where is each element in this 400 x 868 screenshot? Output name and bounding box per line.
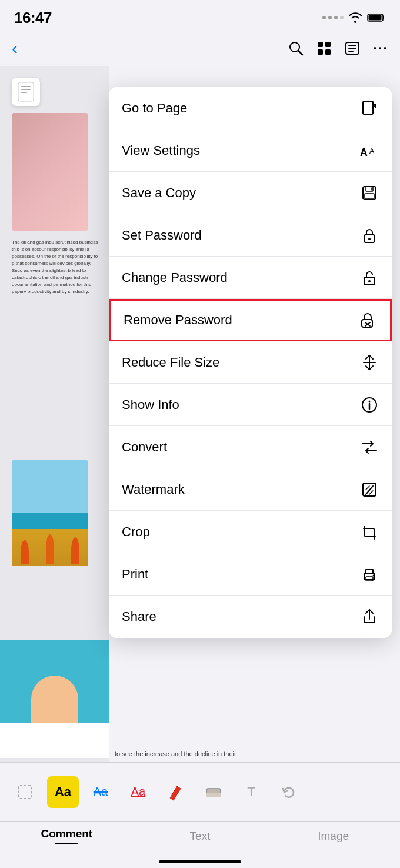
svg-rect-41 xyxy=(19,786,32,799)
menu-item-view-settings[interactable]: View Settings A A xyxy=(109,129,392,172)
status-bar: 16:47 xyxy=(0,0,400,31)
svg-line-35 xyxy=(366,486,373,494)
svg-rect-14 xyxy=(21,89,31,90)
svg-rect-5 xyxy=(325,42,331,47)
svg-text:A: A xyxy=(369,147,375,155)
grid-button[interactable] xyxy=(316,41,332,56)
doc-person-image xyxy=(0,640,109,758)
search-button[interactable] xyxy=(288,41,304,56)
text-size-icon: A A xyxy=(360,142,379,159)
goto-icon xyxy=(360,100,379,117)
menu-item-reduce-file-size[interactable]: Reduce File Size xyxy=(109,341,392,384)
undo-tool[interactable] xyxy=(273,776,305,808)
text-insert-tool[interactable]: T xyxy=(235,776,267,808)
svg-rect-15 xyxy=(21,92,27,93)
status-icons xyxy=(322,12,386,23)
doc-text-block: The oil and gas indu scrutinized busines… xyxy=(12,239,100,295)
print-icon xyxy=(360,566,379,583)
nav-bar: ‹ ··· xyxy=(0,31,400,66)
eraser-tool[interactable] xyxy=(198,776,229,808)
svg-line-36 xyxy=(366,486,369,490)
svg-text:A: A xyxy=(360,146,368,158)
menu-item-watermark[interactable]: Watermark xyxy=(109,468,392,511)
doc-beach-image xyxy=(12,460,88,566)
tab-comment[interactable]: Comment xyxy=(0,827,134,846)
svg-rect-21 xyxy=(365,194,374,199)
menu-item-go-to-page[interactable]: Go to Page xyxy=(109,87,392,129)
text-highlight-tool[interactable]: Aa xyxy=(47,776,79,808)
select-tool[interactable] xyxy=(9,776,41,808)
menu-item-print[interactable]: Print xyxy=(109,553,392,596)
lock-icon xyxy=(360,227,379,244)
share-icon xyxy=(360,608,379,625)
menu-item-remove-password[interactable]: Remove Password xyxy=(109,299,392,341)
svg-line-3 xyxy=(298,51,302,55)
doc-page-icon xyxy=(12,78,40,106)
list-button[interactable] xyxy=(345,41,360,56)
bottom-toolbar: Aa Aa Aa T xyxy=(0,762,400,821)
menu-item-set-password[interactable]: Set Password xyxy=(109,214,392,257)
status-time: 16:47 xyxy=(14,9,52,27)
back-button[interactable]: ‹ xyxy=(12,39,18,57)
nav-right: ··· xyxy=(288,40,388,56)
lock-x-icon xyxy=(358,312,377,328)
svg-point-23 xyxy=(368,238,371,240)
svg-rect-16 xyxy=(363,101,373,114)
doc-bottom-text: to see the increase and the decline in t… xyxy=(109,750,400,759)
lock-open-icon xyxy=(360,270,379,286)
tab-image[interactable]: Image xyxy=(266,830,400,844)
info-icon xyxy=(360,397,379,413)
signal-icon xyxy=(322,16,344,19)
menu-item-save-copy[interactable]: Save a Copy xyxy=(109,172,392,214)
tab-text[interactable]: Text xyxy=(134,830,267,844)
dropdown-menu: Go to Page View Settings A A Save a Copy xyxy=(109,87,392,638)
save-icon xyxy=(360,185,379,201)
text-strikethrough-tool[interactable]: Aa xyxy=(85,776,116,808)
svg-rect-6 xyxy=(318,49,323,55)
menu-item-convert[interactable]: Convert xyxy=(109,426,392,468)
menu-item-share[interactable]: Share xyxy=(109,596,392,638)
svg-rect-1 xyxy=(369,15,382,21)
svg-line-37 xyxy=(369,491,373,494)
more-button[interactable]: ··· xyxy=(373,40,388,56)
menu-item-show-info[interactable]: Show Info xyxy=(109,384,392,426)
svg-rect-4 xyxy=(318,42,323,47)
wifi-icon xyxy=(348,12,362,23)
pen-tool[interactable] xyxy=(160,776,192,808)
document-area: The oil and gas indu scrutinized busines… xyxy=(0,66,109,762)
crop-icon xyxy=(360,524,379,540)
svg-point-40 xyxy=(373,574,375,576)
svg-point-25 xyxy=(368,280,371,282)
svg-rect-13 xyxy=(21,86,31,87)
home-indicator xyxy=(159,860,241,863)
menu-item-crop[interactable]: Crop xyxy=(109,511,392,553)
svg-point-33 xyxy=(369,400,371,402)
svg-rect-7 xyxy=(325,49,331,55)
svg-rect-20 xyxy=(366,187,373,191)
watermark-icon xyxy=(360,481,379,498)
battery-icon xyxy=(367,12,386,23)
text-underline-tool[interactable]: Aa xyxy=(122,776,154,808)
bottom-tabs: Comment Text Image xyxy=(0,821,400,852)
menu-item-change-password[interactable]: Change Password xyxy=(109,257,392,299)
doc-pink-image xyxy=(12,113,88,231)
svg-rect-43 xyxy=(206,793,221,797)
shuffle-icon xyxy=(360,439,379,455)
compress-icon xyxy=(360,354,379,371)
nav-left: ‹ xyxy=(12,39,18,57)
